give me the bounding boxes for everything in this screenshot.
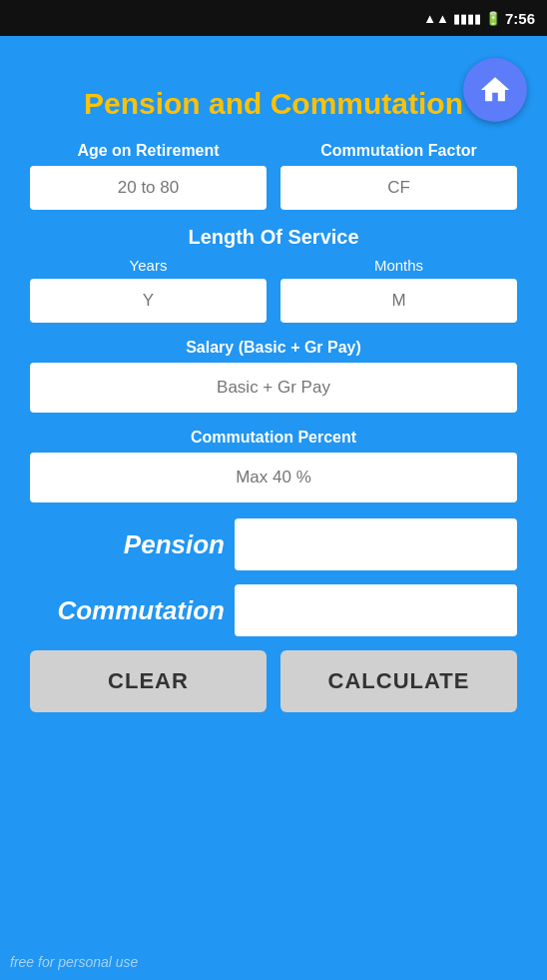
battery-icon: 🔋 [485, 11, 501, 26]
los-section-label: Length Of Service [30, 226, 517, 249]
age-field-group: Age on Retirement [30, 142, 267, 210]
los-row: Years Months [30, 257, 517, 323]
comm-percent-label: Commutation Percent [30, 429, 517, 447]
age-input[interactable] [30, 166, 267, 210]
years-label: Years [130, 257, 168, 274]
status-bar: ▲▲ ▮▮▮▮ 🔋 7:56 [0, 0, 547, 36]
years-input[interactable] [30, 279, 267, 323]
button-row: CLEAR CALCULATE [30, 650, 517, 712]
status-icons: ▲▲ ▮▮▮▮ 🔋 7:56 [423, 10, 535, 27]
pension-label: Pension [30, 529, 225, 560]
commutation-row: Commutation [30, 584, 517, 636]
main-content: Age on Retirement Commutation Factor Len… [0, 142, 547, 712]
home-button[interactable] [463, 58, 527, 122]
cf-field-group: Commutation Factor [280, 142, 517, 210]
home-icon [478, 73, 512, 107]
comm-percent-section: Commutation Percent [30, 429, 517, 502]
wifi-icon: ▲▲ [423, 11, 449, 26]
signal-icon: ▮▮▮▮ [453, 11, 481, 26]
calculate-button[interactable]: CALCULATE [280, 650, 517, 712]
age-label: Age on Retirement [77, 142, 219, 160]
status-time: 7:56 [505, 10, 535, 27]
clear-button[interactable]: CLEAR [30, 650, 267, 712]
comm-percent-input[interactable] [30, 453, 517, 502]
footer: free for personal use [0, 954, 547, 970]
months-label: Months [374, 257, 423, 274]
salary-label: Salary (Basic + Gr Pay) [30, 339, 517, 357]
salary-input[interactable] [30, 363, 517, 413]
months-input[interactable] [280, 279, 517, 323]
cf-input[interactable] [280, 166, 517, 210]
pension-result[interactable] [235, 518, 517, 570]
months-group: Months [280, 257, 517, 323]
cf-label: Commutation Factor [320, 142, 476, 160]
age-cf-row: Age on Retirement Commutation Factor [30, 142, 517, 210]
commutation-label: Commutation [30, 595, 225, 626]
pension-row: Pension [30, 518, 517, 570]
salary-section: Salary (Basic + Gr Pay) [30, 339, 517, 413]
years-group: Years [30, 257, 267, 323]
commutation-result[interactable] [235, 584, 517, 636]
